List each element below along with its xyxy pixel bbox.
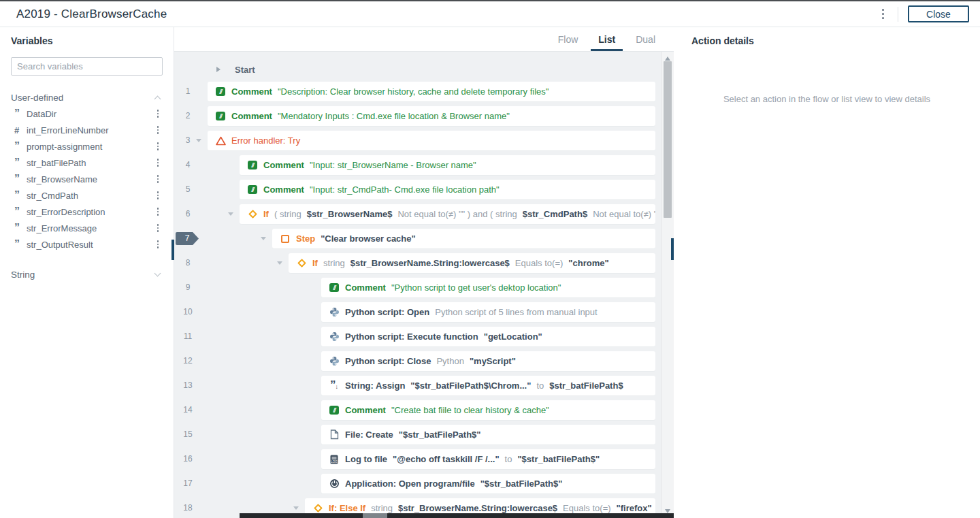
variable-item-str_BrowserName[interactable]: ”str_BrowserName <box>11 171 163 187</box>
variable-options-icon[interactable] <box>155 189 161 201</box>
action-card[interactable]: If string $str_BrowserName.String:lowerc… <box>289 253 655 273</box>
comment-icon: // <box>216 112 225 120</box>
variable-item-DataDir[interactable]: ”DataDir <box>11 106 163 122</box>
action-text-segment: Python script: Execute function <box>345 331 478 342</box>
action-text-segment: "Description: Clear browser history, cac… <box>278 86 549 97</box>
comment-icon: // <box>329 406 339 415</box>
action-text-segment: File: Create <box>345 430 393 440</box>
vertical-scroll-thumb[interactable] <box>664 61 672 218</box>
action-row-13: 13”↓String: Assign "$str_batFilePath$\Ch… <box>174 376 674 395</box>
horizontal-scroll-thumb[interactable] <box>363 513 387 518</box>
action-card[interactable]: //Comment "Python script to get user's d… <box>321 278 655 297</box>
start-label: Start <box>235 65 255 75</box>
action-text-segment: Comment <box>263 184 304 195</box>
start-row[interactable]: Start <box>174 60 674 79</box>
variable-item-prompt-assignment[interactable]: ”prompt-assignment <box>11 138 163 155</box>
string-variable-icon: ” <box>11 143 22 150</box>
collapse-chevron-icon[interactable] <box>228 212 233 216</box>
tab-list[interactable]: List <box>588 27 625 51</box>
vertical-scrollbar[interactable] <box>661 52 674 518</box>
variable-item-str_OutputResult[interactable]: ”str_OutputResult <box>11 236 163 253</box>
chevron-up-icon[interactable] <box>154 95 161 102</box>
chevron-down-icon[interactable] <box>154 270 161 277</box>
row-number: 8 <box>178 253 197 273</box>
row-number: 14 <box>178 400 197 420</box>
file-icon <box>329 430 340 440</box>
action-card[interactable]: If ( string $str_BrowserName$ Not equal … <box>240 204 655 224</box>
variable-options-icon[interactable] <box>155 206 161 218</box>
action-text-segment: Application: Open program/file <box>345 479 475 489</box>
variable-options-icon[interactable] <box>155 157 161 169</box>
action-text-segment: "getLocation" <box>484 331 542 342</box>
collapse-chevron-icon[interactable] <box>196 139 201 142</box>
main-area: Variables User-defined”DataDir#int_Error… <box>0 27 980 518</box>
action-card[interactable]: Python script: Execute function "getLoca… <box>321 327 655 346</box>
search-variables-input[interactable] <box>11 57 163 76</box>
action-text-segment: $str_batFilePath$ <box>549 381 623 391</box>
action-text-segment: to <box>505 454 512 464</box>
action-card[interactable]: LOGLog to file "@echo off taskkill /F /.… <box>321 449 655 469</box>
action-card[interactable]: Application: Open program/file "$str_bat… <box>321 474 655 493</box>
action-text-segment: "chrome" <box>568 258 608 268</box>
action-text-segment: Comment <box>345 405 386 415</box>
collapse-chevron-icon[interactable] <box>261 237 266 240</box>
row-number: 2 <box>178 106 197 126</box>
title-bar: A2019 - ClearBrowserCache Close <box>0 1 980 27</box>
action-card[interactable]: //Comment "Mendatory Inputs : Cmd.exe fi… <box>208 106 655 126</box>
variables-section-user-defined[interactable]: User-defined <box>11 89 163 106</box>
action-card[interactable]: Python script: Close Python "myScript" <box>321 351 655 371</box>
action-card[interactable]: //Comment "Input: str_BrowserName - Brow… <box>240 155 655 175</box>
action-text-segment: Equals to(=) <box>515 258 563 268</box>
action-text-segment: "firefox" <box>617 503 652 513</box>
action-card[interactable]: //Comment "Input: str_CmdPath- Cmd.exe f… <box>240 180 655 199</box>
action-text-segment: "Create bat fiile to clear history & cac… <box>391 405 549 415</box>
action-card[interactable]: Error handler: Try <box>208 131 655 150</box>
action-row-5: 5//Comment "Input: str_CmdPath- Cmd.exe … <box>174 180 674 199</box>
collapse-chevron-icon[interactable] <box>277 261 282 265</box>
string-variable-icon: ” <box>11 159 22 166</box>
action-card[interactable]: ”↓String: Assign "$str_batFilePath$\Chro… <box>321 376 655 395</box>
variable-options-icon[interactable] <box>155 108 161 120</box>
variable-options-icon[interactable] <box>155 140 161 152</box>
collapse-chevron-icon[interactable] <box>293 506 299 510</box>
variable-options-icon[interactable] <box>155 173 161 185</box>
action-text-segment: "Input: str_CmdPath- Cmd.exe file locati… <box>310 184 500 195</box>
horizontal-scrollbar[interactable] <box>240 513 674 518</box>
action-text-segment: to <box>536 381 544 391</box>
row-number: 4 <box>178 155 197 175</box>
variable-options-icon[interactable] <box>155 124 161 136</box>
action-card[interactable]: Step "Clear browser cache" <box>272 229 655 248</box>
row-number: 11 <box>178 327 197 346</box>
variable-item-str_batFilePath[interactable]: ”str_batFilePath <box>11 155 163 171</box>
scroll-up-icon[interactable] <box>665 56 670 61</box>
action-text-segment: $str_BrowserName.String:lowercase$ <box>350 258 510 268</box>
selected-row-marker-right <box>671 238 674 260</box>
variable-item-str_ErrorDescription[interactable]: ”str_ErrorDescription <box>11 204 163 220</box>
svg-text:LOG: LOG <box>331 459 338 463</box>
tab-flow[interactable]: Flow <box>548 27 589 51</box>
action-card[interactable]: //Comment "Description: Clear browser hi… <box>208 82 655 101</box>
variable-item-str_CmdPath[interactable]: ”str_CmdPath <box>11 187 163 204</box>
action-text-segment: "$str_batFilePath$" <box>399 430 481 440</box>
action-card[interactable]: File: Create "$str_batFilePath$" <box>321 425 655 444</box>
variable-item-str_ErrorMessage[interactable]: ”str_ErrorMessage <box>11 220 163 236</box>
action-row-9: 9//Comment "Python script to get user's … <box>174 278 674 297</box>
action-card[interactable]: Python script: Open Python script of 5 l… <box>321 302 655 322</box>
variable-item-int_ErrorLineNumber[interactable]: #int_ErrorLineNumber <box>11 122 163 138</box>
action-text-segment: Comment <box>263 160 304 170</box>
if-icon <box>314 504 323 513</box>
action-card[interactable]: //Comment "Create bat fiile to clear his… <box>321 400 655 420</box>
action-text-segment: $str_BrowserName$ <box>307 209 393 219</box>
action-text-segment: Comment <box>231 111 272 121</box>
action-row-12: 12Python script: Close Python "myScript" <box>174 351 674 371</box>
variable-options-icon[interactable] <box>155 222 161 234</box>
string-variable-icon: ” <box>11 241 22 248</box>
close-button[interactable]: Close <box>908 5 969 22</box>
if-icon <box>297 259 306 268</box>
variables-section-string[interactable]: String <box>11 266 163 282</box>
more-options-icon[interactable] <box>878 6 888 22</box>
tab-dual[interactable]: Dual <box>625 27 666 51</box>
variable-options-icon[interactable] <box>155 238 161 250</box>
variable-name: str_BrowserName <box>27 174 97 184</box>
start-arrow-icon <box>216 67 220 72</box>
